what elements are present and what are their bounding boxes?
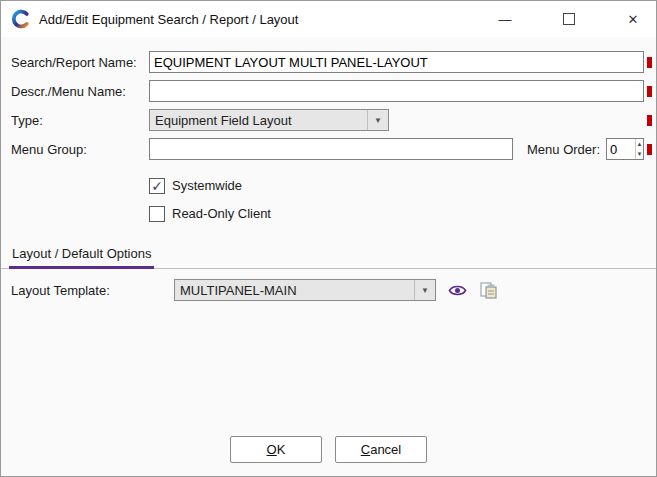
- chevron-down-icon: ▼: [367, 110, 388, 130]
- menu-order-label: Menu Order:: [527, 142, 600, 157]
- descr-menu-name-row: Descr./Menu Name:: [11, 80, 652, 102]
- layout-template-dropdown[interactable]: MULTIPANEL-MAIN ▼: [174, 279, 436, 301]
- menu-group-label: Menu Group:: [11, 142, 149, 157]
- search-report-name-label: Search/Report Name:: [11, 55, 149, 70]
- required-indicator: [647, 144, 652, 155]
- menu-order-stepper[interactable]: ▲ ▼: [606, 138, 644, 160]
- spin-up-icon[interactable]: ▲: [636, 139, 643, 149]
- type-label: Type:: [11, 113, 149, 128]
- search-report-name-row: Search/Report Name:: [11, 51, 652, 73]
- minimize-button[interactable]: —: [482, 1, 528, 37]
- preview-button[interactable]: [448, 283, 467, 298]
- required-indicator: [647, 86, 652, 97]
- required-indicator: [647, 115, 652, 126]
- spin-down-icon[interactable]: ▼: [636, 149, 643, 159]
- read-only-client-label: Read-Only Client: [172, 206, 271, 221]
- tab-strip: Layout / Default Options: [1, 240, 656, 269]
- eye-icon: [448, 283, 467, 298]
- window-title: Add/Edit Equipment Search / Report / Lay…: [39, 12, 298, 27]
- ok-button[interactable]: OK: [230, 436, 322, 463]
- form-area: Search/Report Name: Descr./Menu Name: Ty…: [1, 37, 656, 224]
- systemwide-label: Systemwide: [172, 178, 242, 193]
- close-button[interactable]: ✕: [610, 1, 656, 37]
- systemwide-checkbox[interactable]: ✓: [149, 178, 165, 194]
- copy-layout-button[interactable]: [479, 281, 498, 300]
- read-only-client-row: ✓ Read-Only Client: [149, 203, 652, 224]
- required-indicator: [647, 57, 652, 68]
- layout-template-row: Layout Template: MULTIPANEL-MAIN ▼: [11, 279, 652, 301]
- menu-group-input[interactable]: [149, 138, 513, 160]
- titlebar: Add/Edit Equipment Search / Report / Lay…: [1, 1, 656, 37]
- systemwide-row: ✓ Systemwide: [149, 175, 652, 196]
- cancel-button[interactable]: Cancel: [335, 436, 427, 463]
- menu-order-input[interactable]: [607, 139, 635, 159]
- search-report-name-input[interactable]: [149, 51, 644, 73]
- button-bar: OK Cancel: [1, 436, 656, 463]
- type-row: Type: Equipment Field Layout ▼: [11, 109, 652, 131]
- descr-menu-name-label: Descr./Menu Name:: [11, 84, 149, 99]
- layout-template-value: MULTIPANEL-MAIN: [175, 283, 414, 298]
- maximize-icon: [563, 13, 575, 25]
- chevron-down-icon: ▼: [414, 280, 435, 300]
- type-dropdown[interactable]: Equipment Field Layout ▼: [149, 109, 389, 131]
- descr-menu-name-input[interactable]: [149, 80, 644, 102]
- app-logo-icon: [11, 9, 31, 29]
- layout-template-label: Layout Template:: [11, 283, 174, 298]
- layout-options-panel: Layout Template: MULTIPANEL-MAIN ▼: [1, 269, 656, 447]
- tab-layout-default-options[interactable]: Layout / Default Options: [9, 240, 154, 269]
- type-dropdown-value: Equipment Field Layout: [150, 113, 367, 128]
- read-only-client-checkbox[interactable]: ✓: [149, 206, 165, 222]
- clipboard-copy-icon: [479, 281, 498, 300]
- maximize-button[interactable]: [546, 1, 592, 37]
- menu-group-row: Menu Group: Menu Order: ▲ ▼: [11, 138, 652, 160]
